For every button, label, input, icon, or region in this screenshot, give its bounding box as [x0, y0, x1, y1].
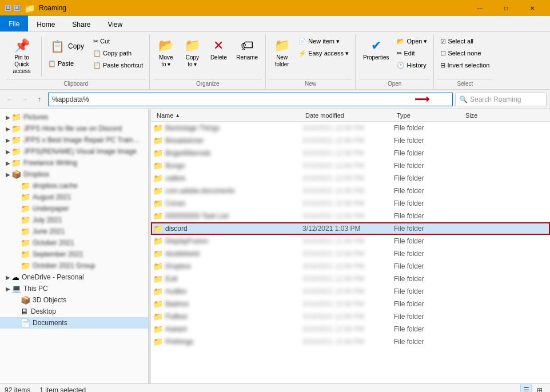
tree-item[interactable]: ▶📁JFPS How to file use on Discord — [0, 123, 148, 134]
restore-icon[interactable]: ❐ — [14, 5, 21, 11]
minimize-button[interactable]: — — [467, 0, 493, 16]
easy-access-button[interactable]: ⚡ Easy access ▾ — [296, 47, 352, 59]
tab-view[interactable]: View — [99, 17, 131, 31]
search-box[interactable]: 🔍 Search Roaming — [455, 93, 547, 106]
tree-item[interactable]: 📁October 2021 Group — [0, 260, 148, 271]
organize-label: Organize — [153, 79, 262, 88]
column-header-type[interactable]: Type — [393, 109, 462, 122]
paste-shortcut-label: Paste shortcut — [103, 62, 143, 69]
folder-icon: 📁 — [24, 3, 35, 14]
select-none-button[interactable]: ☐ Select none — [437, 47, 492, 59]
forward-button[interactable]: → — [18, 93, 31, 106]
address-arrow: ⟶ — [415, 93, 429, 106]
file-icon: 📁 — [153, 337, 163, 346]
file-row[interactable]: 📁Pullbox3/10/2021 12:00 PMFile folder — [151, 310, 550, 323]
new-item-button[interactable]: 📄 New item ▾ — [296, 35, 352, 47]
file-name: com.adobe.documents — [165, 187, 302, 195]
rename-button[interactable]: 🏷 Rename — [232, 35, 262, 63]
tree-item[interactable]: ▶📦Dropbox — [0, 169, 148, 180]
up-button[interactable]: ↑ — [33, 93, 46, 106]
file-row[interactable]: 📁Bungo3/10/2021 12:00 PMFile folder — [151, 159, 550, 172]
file-row[interactable]: 📁Pinthings3/10/2021 12:00 PMFile folder — [151, 335, 550, 348]
open-button[interactable]: 📂 Open ▾ — [394, 35, 430, 47]
file-row[interactable]: 📁Conan3/10/2021 12:00 PMFile folder — [151, 197, 550, 210]
large-icons-button[interactable]: ⊞ — [534, 385, 545, 393]
file-list-header: Name ▲ Date modified Type Size — [151, 109, 550, 122]
file-row[interactable]: 📁doubletwist3/10/2021 12:00 PMFile folde… — [151, 247, 550, 260]
tree-item[interactable]: 🖥Desktop — [0, 306, 148, 317]
file-row[interactable]: 📁Hukant3/10/2021 12:00 PMFile folder — [151, 323, 550, 335]
tree-item[interactable]: 📁October 2021 — [0, 237, 148, 249]
copy-to-button[interactable]: 📁 Copyto ▾ — [180, 35, 205, 71]
select-none-icon: ☐ — [440, 50, 446, 57]
column-header-name[interactable]: Name ▲ — [153, 109, 302, 122]
properties-button[interactable]: ✔ Properties — [359, 35, 393, 63]
tree-item[interactable]: ▶📁JFPS(RENAME) Visual Image Image — [0, 146, 148, 157]
tree-item[interactable]: ▶💻This PC — [0, 283, 148, 294]
minimize-icon[interactable]: ☐ — [5, 5, 11, 11]
file-row[interactable]: 📁discord3/12/2021 1:03 PMFile folder — [151, 222, 550, 235]
file-row[interactable]: 📁calibre3/10/2021 12:00 PMFile folder — [151, 172, 550, 185]
new-folder-button[interactable]: 📁 Newfolder — [269, 35, 294, 71]
tree-item[interactable]: 📁dropbox.cache — [0, 180, 148, 191]
delete-button[interactable]: ✕ Delete — [206, 35, 231, 63]
rename-label: Rename — [236, 54, 258, 61]
maximize-button[interactable]: □ — [493, 0, 519, 16]
tab-share[interactable]: Share — [63, 17, 99, 31]
tree-item[interactable]: 📁June 2021 — [0, 226, 148, 237]
address-box[interactable]: %appdata% ⟶ — [48, 93, 453, 106]
cut-button[interactable]: ✂ Cut — [90, 35, 146, 47]
close-button[interactable]: ✕ — [519, 0, 545, 16]
copy-button[interactable]: 📋 Copy — [45, 35, 89, 57]
column-header-size[interactable]: Size — [462, 109, 508, 122]
address-path: %appdata% — [52, 95, 89, 103]
paste-button[interactable]: 📋 Paste — [45, 58, 89, 69]
file-row[interactable]: 📁com.adobe.documents3/10/2021 12:00 PMFi… — [151, 185, 550, 197]
pin-quick-access-button[interactable]: 📌 Pin to Quickaccess — [6, 35, 38, 78]
edit-button[interactable]: ✏ Edit — [394, 47, 430, 59]
back-button[interactable]: ← — [3, 93, 16, 106]
details-view-button[interactable]: ☰ — [520, 385, 532, 393]
select-all-button[interactable]: ☑ Select all — [437, 35, 492, 47]
new-item-icon: 📄 — [298, 38, 306, 45]
file-row[interactable]: 📁Badmor3/10/2021 12:00 PMFile folder — [151, 298, 550, 310]
move-to-button[interactable]: 📂 Moveto ▾ — [153, 35, 178, 71]
easy-access-icon: ⚡ — [298, 50, 306, 57]
file-row[interactable]: 📁Dropbox3/10/2021 12:00 PMFile folder — [151, 260, 550, 273]
folder-icon: 📁 — [21, 261, 30, 270]
expand-icon: ▶ — [5, 149, 11, 155]
tree-item[interactable]: 📦3D Objects — [0, 294, 148, 306]
tree-item[interactable]: 📁August 2021 — [0, 191, 148, 203]
tab-file[interactable]: File — [0, 15, 28, 31]
file-icon: 📁 — [153, 274, 163, 283]
column-header-date[interactable]: Date modified — [302, 109, 393, 122]
tree-item[interactable]: ▶📁JFPS x Best Image Repair PC Trainer 1x — [0, 134, 148, 146]
tree-item[interactable]: 📄Documents — [0, 317, 148, 329]
file-date: 3/10/2021 12:00 PM — [302, 187, 394, 195]
tree-item[interactable]: ▶📁Pictures — [0, 111, 148, 123]
file-row[interactable]: 📁Auditor3/10/2021 12:00 PMFile folder — [151, 285, 550, 298]
paste-shortcut-button[interactable]: 📋 Paste shortcut — [90, 59, 146, 71]
tab-home[interactable]: Home — [28, 17, 63, 31]
tree-item[interactable]: 📁September 2021 — [0, 249, 148, 260]
file-row[interactable]: 📁BrigedWarrods3/10/2021 12:00 PMFile fol… — [151, 147, 550, 159]
tree-item-label: Pictures — [23, 113, 48, 121]
tree-item[interactable]: ▶📁Freelance Writing — [0, 157, 148, 169]
file-row[interactable]: 📁Backstage Things3/10/2021 12:00 PMFile … — [151, 122, 550, 134]
file-row[interactable]: 📁Eutt3/10/2021 12:00 PMFile folder — [151, 273, 550, 285]
new-item-col: 📄 New item ▾ ⚡ Easy access ▾ — [296, 35, 352, 59]
copy-path-button[interactable]: 📋 Copy path — [90, 47, 146, 59]
folder-icon: 📁 — [11, 147, 21, 156]
expand-icon: ▶ — [5, 274, 11, 281]
tree-item-label: JFPS(RENAME) Visual Image Image — [23, 147, 137, 155]
file-row[interactable]: 📁DDDDDDD Task List3/10/2021 12:00 PMFile… — [151, 210, 550, 222]
tree-item[interactable]: ▶☁OneDrive - Personal — [0, 271, 148, 283]
file-row[interactable]: 📁DisplayFusion3/10/2021 12:00 PMFile fol… — [151, 235, 550, 247]
file-row[interactable]: 📁Breadwinner3/10/2021 12:00 PMFile folde… — [151, 134, 550, 147]
tree-item-label: JFPS x Best Image Repair PC Trainer 1x — [23, 136, 144, 144]
invert-selection-button[interactable]: ⊟ Invert selection — [437, 59, 492, 71]
tree-item[interactable]: 📁July 2021 — [0, 214, 148, 226]
tree-item[interactable]: 📁Underpaper — [0, 203, 148, 214]
file-date: 3/10/2021 12:00 PM — [302, 338, 394, 346]
history-button[interactable]: 🕐 History — [394, 59, 430, 71]
